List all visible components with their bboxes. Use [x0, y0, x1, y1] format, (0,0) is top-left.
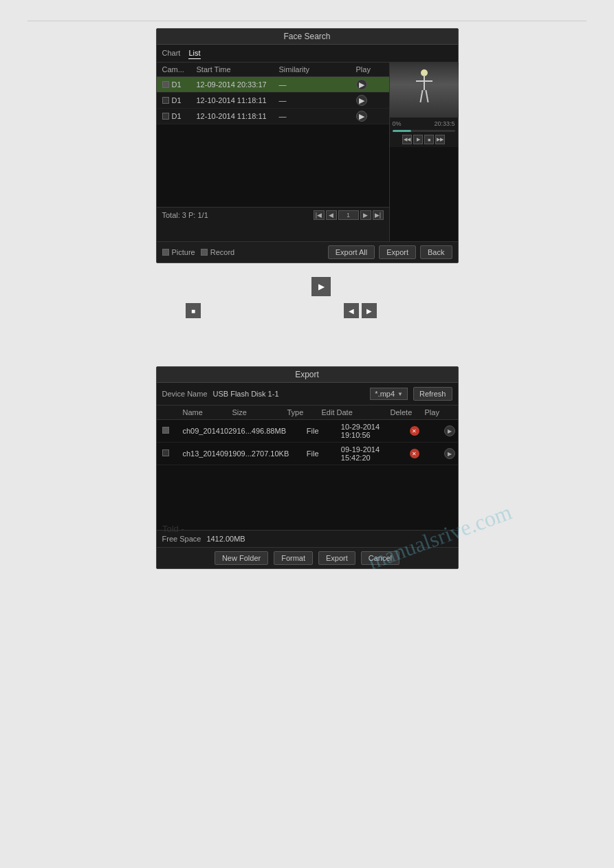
file-size-2: 2707.10KB — [252, 449, 307, 458]
preview-play-button[interactable]: ▶ — [413, 135, 423, 144]
header-play: Play — [356, 65, 384, 74]
checkbox-3[interactable] — [162, 113, 169, 120]
table-row[interactable]: D1 12-10-2014 11:18:11 — ▶ — [157, 109, 389, 124]
file-checkbox-1[interactable] — [162, 427, 183, 435]
face-search-tabs: Chart List — [157, 45, 458, 63]
new-folder-button[interactable]: New Folder — [215, 551, 268, 565]
face-search-preview: 0% 20:33:5 ◀◀ ▶ ■ ▶▶ — [389, 63, 458, 241]
header-size: Size — [232, 408, 287, 416]
file-name-1: ch09_2014102916... — [183, 427, 252, 435]
header-cam: Cam... — [162, 65, 197, 74]
middle-section: Told - ▶ ■ ◀ ▶ manualsrive.com — [0, 263, 614, 346]
format-filter: *.mp4 — [375, 390, 395, 398]
table-row[interactable]: D1 12-09-2014 20:33:17 — ▶ — [157, 77, 389, 93]
face-search-footer: Total: 3 P: 1/1 |◀ ◀ ▶ ▶| — [157, 207, 389, 223]
file-play-1[interactable]: ▶ — [444, 425, 472, 436]
face-search-actions: Picture Record Export All Export Back — [157, 241, 458, 263]
stop-button[interactable]: ■ — [186, 303, 201, 318]
device-dropdown[interactable]: *.mp4 ▼ — [370, 388, 408, 400]
pagination: |◀ ◀ ▶ ▶| — [314, 210, 384, 220]
total-info: Total: 3 P: 1/1 — [162, 211, 314, 219]
cam-label-3: D1 — [172, 112, 182, 120]
header-play: Play — [425, 408, 452, 416]
record-checkbox-label: Record — [201, 248, 234, 256]
preview-stop-button[interactable]: ■ — [424, 135, 434, 144]
preview-image — [390, 63, 459, 118]
prev-page-button[interactable]: ◀ — [326, 210, 337, 220]
file-date-2: 09-19-2014 15:42:20 — [341, 445, 410, 462]
device-name-label: Device Name — [162, 390, 208, 398]
header-delete: Delete — [391, 408, 425, 416]
preview-prev-button[interactable]: ◀◀ — [402, 135, 412, 144]
preview-next-button[interactable]: ▶▶ — [435, 135, 445, 144]
file-delete-2[interactable]: ✕ — [410, 449, 444, 458]
export-footer: New Folder Format Export Cancel — [157, 547, 458, 568]
cancel-button[interactable]: Cancel — [361, 551, 399, 565]
play-icon-1[interactable]: ▶ — [444, 425, 455, 436]
page-wrapper: Face Search Chart List Cam... Start Time… — [0, 0, 614, 868]
preview-time: 0% 20:33:5 — [393, 119, 455, 129]
play-button-3[interactable]: ▶ — [356, 111, 367, 122]
free-space-label: Free Space — [162, 535, 201, 543]
record-label: Record — [210, 248, 234, 256]
refresh-button[interactable]: Refresh — [413, 387, 452, 401]
picture-checkbox-label: Picture — [162, 248, 195, 256]
similarity-2: — — [279, 96, 356, 104]
delete-icon-2[interactable]: ✕ — [410, 449, 419, 458]
row-cam-3: D1 — [162, 112, 197, 120]
nav-prev-button[interactable]: ◀ — [344, 303, 359, 318]
free-space-row: Free Space 1412.00MB — [157, 530, 458, 547]
export-button[interactable]: Export — [379, 245, 416, 259]
page-input[interactable] — [338, 210, 359, 220]
large-play-button[interactable]: ▶ — [311, 277, 331, 296]
nav-next-button[interactable]: ▶ — [362, 303, 377, 318]
header-similarity: Similarity — [279, 65, 356, 74]
export-file-area: ch09_2014102916... 496.88MB File 10-29-2… — [157, 420, 458, 530]
checkbox-1[interactable] — [162, 81, 169, 88]
file-checkbox-2[interactable] — [162, 449, 183, 458]
file-play-2[interactable]: ▶ — [444, 448, 472, 459]
time-start: 0% — [393, 120, 402, 127]
record-checkbox[interactable] — [201, 249, 208, 256]
free-space-value: 1412.00MB — [206, 535, 245, 543]
checkbox-2[interactable] — [162, 97, 169, 104]
action-buttons: Export All Export Back — [328, 245, 452, 259]
face-search-content: Cam... Start Time Similarity Play D1 12-… — [157, 63, 458, 241]
export-all-button[interactable]: Export All — [328, 245, 375, 259]
start-time-3: 12-10-2014 11:18:11 — [197, 112, 279, 120]
device-name-value: USB Flash Disk 1-1 — [213, 390, 365, 398]
file-delete-1[interactable]: ✕ — [410, 426, 444, 436]
play-button-2[interactable]: ▶ — [356, 95, 367, 106]
start-time-2: 12-10-2014 11:18:11 — [197, 96, 279, 104]
export-dialog: Export Device Name USB Flash Disk 1-1 *.… — [156, 366, 459, 569]
export-action-button[interactable]: Export — [318, 551, 355, 565]
first-page-button[interactable]: |◀ — [314, 210, 325, 220]
play-button-1[interactable]: ▶ — [356, 79, 367, 90]
list-item[interactable]: ch13_2014091909... 2707.10KB File 09-19-… — [157, 443, 458, 465]
next-page-button[interactable]: ▶ — [360, 210, 371, 220]
cam-label-1: D1 — [172, 80, 182, 89]
tab-chart[interactable]: Chart — [162, 47, 181, 59]
back-button[interactable]: Back — [420, 245, 452, 259]
play-icon-2[interactable]: ▶ — [444, 448, 455, 459]
list-item[interactable]: ch09_2014102916... 496.88MB File 10-29-2… — [157, 420, 458, 443]
format-button[interactable]: Format — [274, 551, 313, 565]
export-title: Export — [157, 367, 458, 383]
row-cam-2: D1 — [162, 96, 197, 104]
header-type: Type — [287, 408, 322, 416]
table-row[interactable]: D1 12-10-2014 11:18:11 — ▶ — [157, 93, 389, 109]
picture-checkbox[interactable] — [162, 249, 169, 256]
figure-icon — [414, 69, 435, 111]
start-time-1: 12-09-2014 20:33:17 — [197, 80, 279, 89]
last-page-button[interactable]: ▶| — [373, 210, 384, 220]
header-start-time: Start Time — [197, 65, 279, 74]
delete-icon-1[interactable]: ✕ — [410, 426, 419, 436]
dropdown-arrow-icon: ▼ — [397, 391, 403, 397]
tab-list[interactable]: List — [188, 47, 200, 59]
preview-figure — [390, 63, 459, 118]
picture-label: Picture — [172, 248, 195, 256]
preview-progress — [393, 130, 455, 132]
progress-fill — [393, 130, 411, 132]
face-search-dialog: Face Search Chart List Cam... Start Time… — [156, 28, 459, 263]
file-type-1: File — [307, 427, 341, 435]
